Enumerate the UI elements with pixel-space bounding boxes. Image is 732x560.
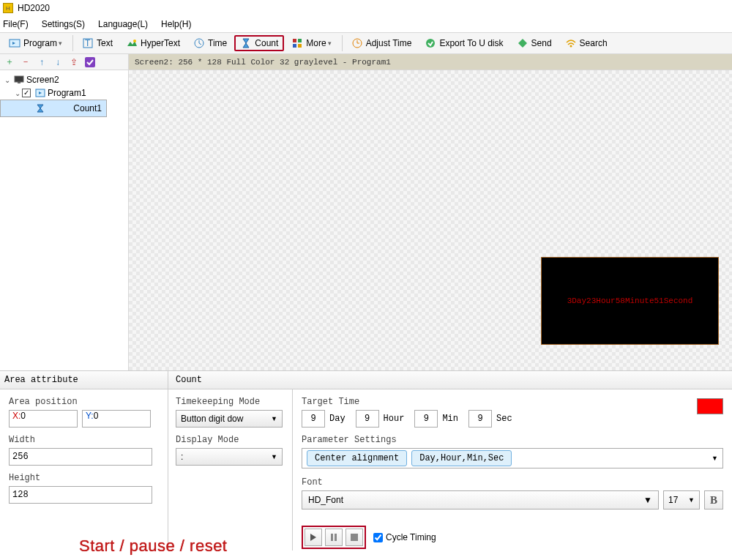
toolbar-program[interactable]: Program▾ <box>3 35 68 51</box>
move-down-icon[interactable]: ↓ <box>51 56 64 68</box>
toolbar-send[interactable]: Send <box>511 35 558 51</box>
menu-language[interactable]: Language(L) <box>98 19 148 29</box>
menu-bar: File(F) Settings(S) Language(L) Help(H) <box>0 16 732 32</box>
width-label: Width <box>9 435 159 445</box>
height-label: Height <box>9 473 159 483</box>
toolbar-export-label: Export To U disk <box>439 38 503 48</box>
toolbar-text[interactable]: T Text <box>76 35 119 51</box>
toolbar-search[interactable]: Search <box>559 35 613 51</box>
height-input[interactable] <box>9 486 152 504</box>
hourglass-icon <box>35 103 45 113</box>
target-time-label: Target Time <box>302 397 723 407</box>
toolbar-count[interactable]: Count <box>234 35 284 51</box>
timekeeping-label: Timekeeping Mode <box>176 397 285 407</box>
tree-count-label: Count1 <box>73 103 102 113</box>
area-attribute-header: Area attribute <box>0 371 168 389</box>
add-icon[interactable]: ＋ <box>3 56 16 68</box>
menu-file[interactable]: File(F) <box>3 19 29 29</box>
svg-marker-24 <box>310 534 316 541</box>
move-up-icon[interactable]: ↑ <box>35 56 48 68</box>
svg-rect-11 <box>293 44 296 48</box>
wifi-icon <box>565 37 577 49</box>
toolbar-adjust-time[interactable]: Adjust Time <box>346 35 418 51</box>
bold-button[interactable]: B <box>704 490 723 509</box>
parameter-settings-label: Parameter Settings <box>302 435 723 445</box>
min-unit: Min <box>442 414 458 424</box>
font-select[interactable]: HD_Font▼ <box>302 490 659 509</box>
area-attribute-panel: Area position X:0 Y:0 Width Height Start… <box>0 389 168 550</box>
annotation-label: Start / pause / reset <box>79 537 227 556</box>
parameter-settings-select[interactable]: Center alignment Day,Hour,Min,Sec ▼ <box>302 448 723 468</box>
more-icon <box>291 37 303 49</box>
program-icon <box>35 88 45 98</box>
svg-rect-21 <box>18 82 20 83</box>
menu-help[interactable]: Help(H) <box>161 19 191 29</box>
toolbar-adjust-label: Adjust Time <box>366 38 412 48</box>
display-mode-label: Display Mode <box>176 435 285 445</box>
chip-units[interactable]: Day,Hour,Min,Sec <box>411 450 512 466</box>
chip-alignment[interactable]: Center alignment <box>307 450 407 466</box>
svg-marker-17 <box>518 39 527 48</box>
tree-screen[interactable]: ⌄ Screen2 <box>0 73 128 86</box>
hour-unit: Hour <box>384 414 405 424</box>
text-icon: T <box>82 37 94 49</box>
clock-icon <box>193 37 205 49</box>
menu-settings[interactable]: Settings(S) <box>42 19 85 29</box>
app-title: HD2020 <box>18 3 50 13</box>
hour-input[interactable] <box>356 410 379 428</box>
toolbar-more[interactable]: More▾ <box>285 35 337 51</box>
tree-toolbar: ＋ － ↑ ↓ ⇪ <box>0 54 129 70</box>
hypertext-icon <box>126 37 138 49</box>
day-input[interactable] <box>302 410 325 428</box>
main-toolbar: Program▾ T Text HyperText Time Count Mor… <box>0 32 732 54</box>
svg-point-5 <box>133 40 136 42</box>
check-icon[interactable] <box>83 56 97 68</box>
toolbar-separator <box>342 35 343 51</box>
timekeeping-select[interactable]: Button digit dow▼ <box>176 410 283 428</box>
program-icon <box>9 37 20 49</box>
font-size-select[interactable]: 17▼ <box>663 490 700 509</box>
toolbar-export[interactable]: Export To U disk <box>419 35 509 51</box>
media-controls <box>302 526 366 549</box>
tree-count[interactable]: Count1 <box>0 100 107 117</box>
y-input[interactable]: Y:0 <box>82 410 151 428</box>
tree-program[interactable]: ⌄ ✓ Program1 <box>0 86 128 100</box>
tree-program-label: Program1 <box>48 88 86 98</box>
toolbar-time[interactable]: Time <box>187 35 233 51</box>
toolbar-count-label: Count <box>255 38 278 48</box>
remove-icon[interactable]: － <box>19 56 32 68</box>
count-settings-panel: Target Time Day Hour Min Sec Parameter S… <box>293 389 732 550</box>
svg-rect-20 <box>15 76 23 82</box>
color-swatch[interactable] <box>697 398 723 414</box>
title-bar: H HD2020 <box>0 0 732 16</box>
x-input[interactable]: X:0 <box>9 410 78 428</box>
checkbox-icon[interactable]: ✓ <box>22 89 31 97</box>
svg-rect-10 <box>298 39 302 42</box>
export-icon[interactable]: ⇪ <box>67 56 81 68</box>
count-header: Count <box>168 371 732 389</box>
property-body: Area position X:0 Y:0 Width Height Start… <box>0 389 732 550</box>
preview-box[interactable]: 3Day23Hour58Minute51Second <box>541 257 719 345</box>
play-button[interactable] <box>305 529 322 546</box>
svg-line-8 <box>199 43 201 45</box>
send-icon <box>517 37 529 49</box>
toolbar-program-label: Program <box>23 38 57 48</box>
svg-text:T: T <box>85 38 91 48</box>
canvas-area[interactable]: 3Day23Hour58Minute51Second <box>129 70 732 370</box>
cycle-timing-checkbox[interactable]: Cycle Timing <box>373 532 436 542</box>
min-input[interactable] <box>414 410 438 428</box>
stop-button[interactable] <box>346 529 363 546</box>
svg-rect-12 <box>298 44 302 48</box>
toolbar-search-label: Search <box>580 38 608 48</box>
toolbar-send-label: Send <box>531 38 552 48</box>
media-controls-row: Cycle Timing <box>302 526 723 549</box>
display-mode-select[interactable]: :▼ <box>176 448 283 466</box>
sec-input[interactable] <box>468 410 492 428</box>
tree-screen-label: Screen2 <box>26 75 59 85</box>
svg-point-18 <box>569 45 572 48</box>
toolbar-text-label: Text <box>97 38 113 48</box>
width-input[interactable] <box>9 448 152 466</box>
toolbar-hypertext[interactable]: HyperText <box>120 35 186 51</box>
pause-button[interactable] <box>325 529 343 546</box>
app-icon: H <box>3 3 13 13</box>
